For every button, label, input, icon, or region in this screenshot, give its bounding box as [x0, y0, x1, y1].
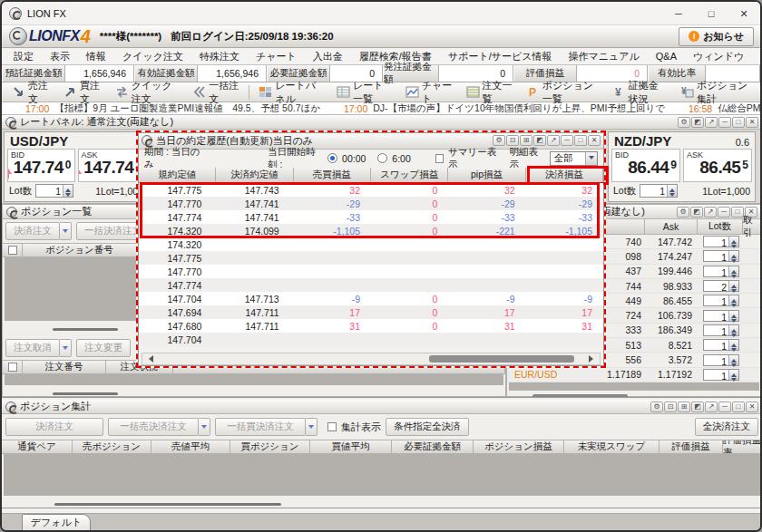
batch-sell-close-button[interactable]: 一括売決済注文 [108, 418, 199, 436]
history-row[interactable]: 147.680147.7113103131 [139, 319, 603, 333]
history-col-スワップ損益[interactable]: スワップ損益 [371, 168, 448, 183]
stepper-icons[interactable] [728, 295, 738, 305]
maximize-icon[interactable]: □ [731, 207, 744, 218]
order-hscrollbar[interactable] [53, 392, 118, 395]
batch-buy-close-button[interactable]: 一括買決済注文 [215, 418, 306, 436]
toolbar-buy-order-button[interactable]: 買注文 [57, 83, 109, 102]
toolbar-sell-order-button[interactable]: 売注文 [5, 83, 57, 102]
bid-button[interactable]: BID 86.44 9 [611, 149, 680, 182]
history-col-売買損益[interactable]: 売買損益 [294, 168, 371, 183]
close-order-dropdown[interactable] [60, 222, 72, 240]
window-close-button[interactable]: ✕ [728, 2, 760, 24]
tab-default[interactable]: デフォルト [22, 514, 91, 530]
stepper-icons[interactable] [728, 325, 738, 335]
close-icon[interactable]: ✕ [588, 135, 601, 146]
toolbar-order-list-button[interactable]: 注文一覧 [460, 83, 520, 102]
close-order-button[interactable]: 決済注文 [5, 418, 103, 436]
stepper-icons[interactable] [728, 266, 738, 276]
stepper-icons[interactable] [728, 370, 738, 380]
stepper-up-icon[interactable] [731, 296, 737, 303]
history-row[interactable]: 147.774 [139, 278, 603, 292]
popout-icon[interactable]: ↗ [547, 135, 560, 146]
history-col-pip損益[interactable]: pip損益 [448, 168, 525, 183]
stepper-up-icon[interactable] [731, 371, 737, 377]
menu-item[interactable]: 情報 [78, 48, 114, 65]
gear-icon[interactable]: ⚙ [493, 135, 505, 146]
close-icon[interactable]: ✕ [746, 401, 758, 412]
stepper-down-icon[interactable] [669, 193, 675, 199]
toolbar-quick-order-button[interactable]: クイック注文 [109, 83, 187, 102]
maximize-icon[interactable]: □ [574, 135, 587, 146]
ask-button[interactable]: ASK 86.45 5 [683, 149, 752, 182]
cancel-order-dropdown[interactable] [60, 339, 72, 357]
rate-ask[interactable]: 98.933 [645, 281, 698, 292]
menu-item[interactable]: 特殊注文 [191, 48, 248, 65]
batch-sell-dropdown[interactable] [199, 418, 210, 436]
gear-icon[interactable]: ⚙ [677, 207, 689, 218]
position-hscrollbar[interactable] [53, 328, 118, 331]
scroll-right-icon[interactable] [589, 355, 597, 363]
lot-stepper[interactable]: 1 [35, 184, 73, 198]
menu-item[interactable]: 操作マニュアル [560, 48, 647, 65]
select-all-checkbox-cell[interactable] [3, 361, 23, 373]
history-row[interactable]: 147.694147.7111701717 [139, 305, 603, 319]
lot-stepper[interactable]: 1 [703, 250, 739, 262]
stepper-up-icon[interactable] [731, 282, 737, 288]
scroll-left-icon[interactable] [145, 355, 153, 363]
modify-order-button[interactable]: 注文変更 [76, 339, 131, 357]
toolbar-chart-button[interactable]: チャート [399, 83, 460, 102]
maximize-icon[interactable]: □ [732, 117, 745, 128]
rate-ask[interactable]: 86.455 [645, 295, 698, 306]
lot-stepper[interactable]: 1 [703, 295, 739, 306]
rate-ask[interactable]: 3.572 [645, 354, 698, 365]
stepper-icons[interactable] [728, 237, 738, 247]
toolbar-position-list-button[interactable]: Pポジション一覧 [520, 83, 606, 102]
close-all-button[interactable]: 全決済注文 [695, 418, 759, 436]
close-icon[interactable]: ✕ [746, 117, 758, 128]
window-icon[interactable]: ⊞ [678, 401, 690, 412]
menu-item[interactable]: サポート/サービス情報 [440, 48, 561, 65]
minimize-icon[interactable]: ─ [561, 135, 573, 146]
scroll-thumb[interactable] [429, 355, 574, 363]
menu-item[interactable]: Q&A [648, 49, 685, 63]
menu-item[interactable]: 設定 [5, 48, 42, 65]
lot-stepper[interactable]: 1 [703, 266, 739, 277]
copy-icon[interactable]: ⊡ [664, 401, 677, 412]
dialog-hscrollbar[interactable] [142, 353, 601, 365]
history-row[interactable]: 147.770 [139, 265, 603, 278]
lot-stepper[interactable]: 1 [703, 236, 739, 247]
rate-ask[interactable]: 106.739 [645, 310, 698, 321]
toolbar-rate-list-button[interactable]: レート一覧 [330, 83, 399, 102]
aggregate-checkbox[interactable] [327, 422, 337, 431]
copy-icon[interactable]: ⊡ [506, 135, 519, 146]
select-all-checkbox-cell[interactable] [3, 244, 23, 256]
lot-stepper[interactable]: 1 [640, 184, 678, 198]
summary-hscrollbar[interactable] [54, 503, 281, 506]
conditional-close-button[interactable]: 条件指定全決済 [386, 418, 469, 436]
rate-list-row[interactable]: EUR/USD1.171891.171921 [507, 368, 760, 382]
minimize-icon[interactable]: ─ [718, 117, 731, 128]
news-ticker[interactable]: 17:00【指標】9月 ユーロ圏製造業PMI速報値 49.5、予想 50.7ほか… [2, 102, 760, 115]
toolbar-position-summary-button[interactable]: ¥ポジション集計 [674, 83, 760, 102]
rate-ask[interactable]: 199.446 [645, 266, 698, 276]
menu-item[interactable]: 表示 [42, 48, 78, 65]
maximize-icon[interactable]: □ [732, 401, 745, 412]
gear-icon[interactable]: ⚙ [650, 401, 663, 412]
stepper-up-icon[interactable] [731, 341, 737, 347]
close-order-button[interactable]: 決済注文 [5, 222, 60, 240]
rate-bid[interactable]: 1.17189 [583, 369, 645, 380]
rate-ask[interactable]: 186.349 [645, 324, 698, 335]
stepper-up-icon[interactable] [731, 267, 737, 274]
lot-stepper[interactable]: 2 [703, 280, 739, 292]
history-row[interactable]: 147.704147.713-90-9-9 [139, 292, 603, 305]
stepper-icons[interactable] [728, 340, 738, 350]
palette-icon[interactable]: ◩ [691, 401, 704, 412]
cancel-order-button[interactable]: 注文取消 [5, 339, 60, 357]
gear-icon[interactable]: ⚙ [678, 117, 690, 128]
rate-ask[interactable]: 1.17192 [645, 369, 698, 380]
window-minimize-button[interactable]: ─ [662, 2, 695, 24]
toolbar-rate-panel-button[interactable]: レートパネル [252, 83, 330, 102]
stepper-up-icon[interactable] [731, 326, 737, 333]
history-row[interactable]: 147.770147.741-290-29-29 [139, 197, 603, 210]
toolbar-margin-status-button[interactable]: ¥証拠金状況 [606, 83, 674, 102]
